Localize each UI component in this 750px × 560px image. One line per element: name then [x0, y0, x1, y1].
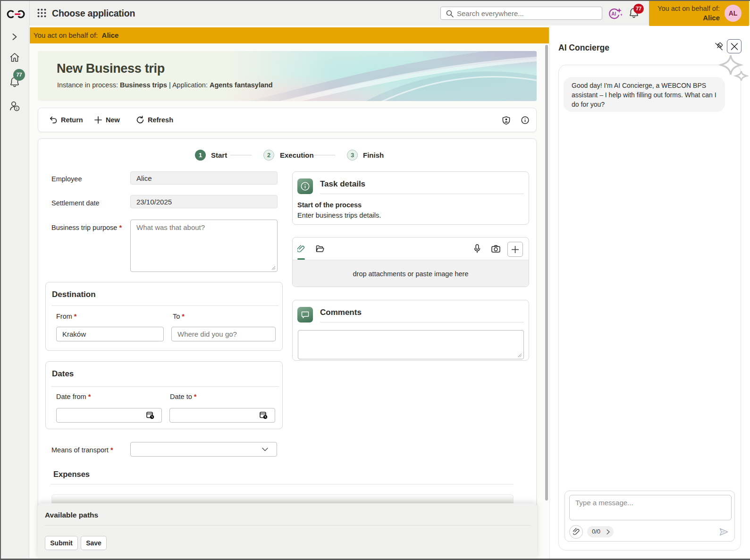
svg-text:AI: AI [611, 11, 616, 17]
